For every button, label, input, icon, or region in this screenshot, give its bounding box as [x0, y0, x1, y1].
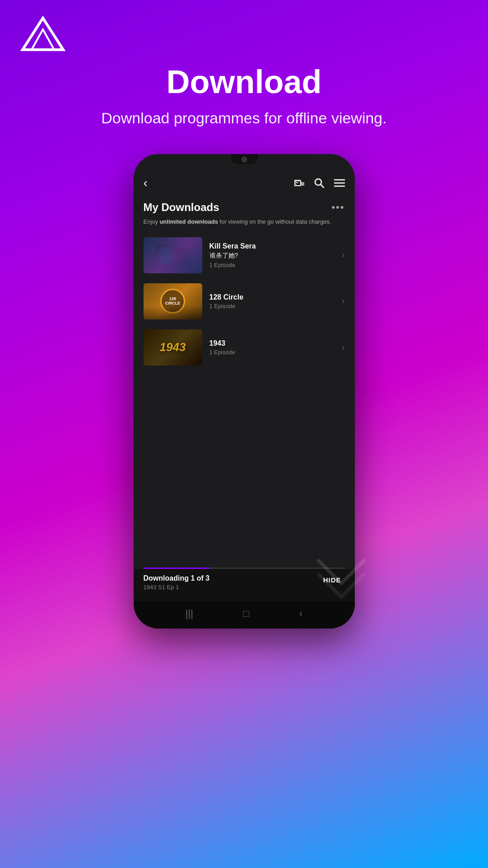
chevron-right-icon: ›: [342, 343, 345, 352]
nav-back-icon[interactable]: ‹: [299, 608, 302, 619]
app-topbar: ‹: [134, 168, 355, 197]
item-episodes: 1 Episode: [209, 303, 335, 310]
item-info: 1943 1 Episode: [209, 339, 335, 356]
chevron-right-icon: ›: [342, 296, 345, 306]
item-title: Kill Sera Sera: [209, 242, 335, 250]
feature-title: Download: [101, 63, 386, 100]
item-episodes: 1 Episode: [209, 262, 335, 268]
list-item[interactable]: 1943 1943 1 Episode ›: [134, 325, 355, 370]
cast-button[interactable]: [294, 178, 304, 188]
app-logo: [18, 14, 68, 54]
list-item[interactable]: 128CIRCLE 128 Circle 1 Episode ›: [134, 279, 355, 324]
decorative-arrows: [314, 538, 368, 606]
downloads-title-row: My Downloads •••: [144, 201, 345, 214]
svg-marker-0: [23, 18, 63, 50]
thumb-overlay: [144, 237, 202, 273]
svg-point-11: [173, 248, 186, 260]
downloads-header: My Downloads ••• Enjoy unlimited downloa…: [134, 197, 355, 230]
topbar-right: [294, 178, 345, 188]
downloading-label: Downloading 1 of 3: [144, 574, 210, 582]
phone-camera: [242, 157, 247, 162]
feature-header: Download Download programmes for offline…: [74, 63, 414, 127]
item-info: Kill Sera Sera 谁杀了她? 1 Episode: [209, 242, 335, 268]
circle-badge-text: 128CIRCLE: [165, 297, 181, 306]
item-subtitle: 谁杀了她?: [209, 252, 335, 260]
back-button[interactable]: ‹: [144, 176, 148, 190]
menu-button[interactable]: [334, 179, 345, 187]
nav-recents-icon[interactable]: |||: [186, 608, 193, 619]
search-button[interactable]: [314, 178, 324, 188]
downloading-info: Downloading 1 of 3 1943 S1 Ep 1: [144, 574, 210, 591]
phone-mockup: ‹: [134, 154, 355, 642]
thumb-1943-year: 1943: [160, 340, 186, 354]
svg-rect-3: [301, 182, 304, 186]
list-item[interactable]: Kill Sera Sera 谁杀了她? 1 Episode ›: [134, 233, 355, 278]
svg-line-5: [321, 185, 324, 188]
chevron-right-icon: ›: [342, 250, 345, 260]
downloading-sub-label: 1943 S1 Ep 1: [144, 584, 210, 591]
thumbnail-128-circle: 128CIRCLE: [144, 283, 202, 319]
more-options-button[interactable]: •••: [331, 202, 344, 213]
thumbnail-1943: 1943: [144, 329, 202, 366]
item-episodes: 1 Episode: [209, 349, 335, 356]
feature-subtitle: Download programmes for offline viewing.: [101, 109, 386, 127]
downloads-title: My Downloads: [144, 201, 219, 214]
nav-home-icon[interactable]: □: [243, 608, 249, 619]
svg-point-10: [158, 249, 174, 265]
topbar-left: ‹: [144, 176, 148, 190]
item-title: 128 Circle: [209, 293, 335, 301]
item-title: 1943: [209, 339, 335, 347]
downloads-list: Kill Sera Sera 谁杀了她? 1 Episode ›: [134, 230, 355, 402]
thumbnail-kill-sera-sera: [144, 237, 202, 273]
downloads-description: Enjoy unlimited downloads for viewing on…: [144, 217, 345, 226]
item-info: 128 Circle 1 Episode: [209, 293, 335, 310]
downloads-desc-bold: unlimited downloads: [160, 218, 218, 225]
phone-notch: [231, 154, 258, 164]
